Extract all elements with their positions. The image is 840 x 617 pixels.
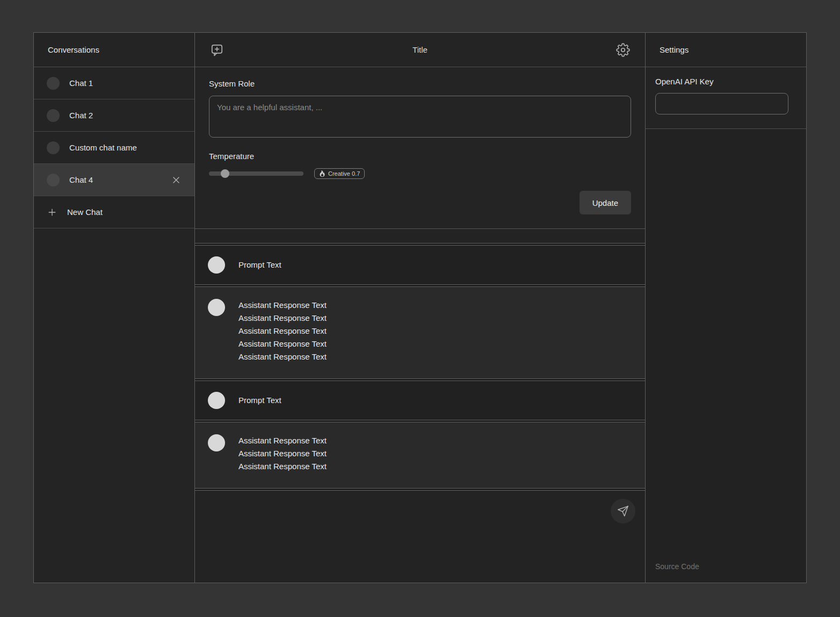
chat-avatar [47,174,60,186]
send-button[interactable] [611,499,635,523]
sidebar-item-chat-1[interactable]: Chat 1 [34,67,194,99]
settings-sidebar: Settings OpenAI API Key Source Code [645,33,806,583]
chat-panel: Title System Role Temperature [195,33,645,583]
assistant-avatar [208,299,225,316]
update-button[interactable]: Update [580,191,631,214]
messages-spacer-bar [195,229,645,243]
conversations-title: Conversations [48,45,99,54]
assistant-message: Assistant Response TextAssistant Respons… [195,422,645,489]
chat-label: Custom chat name [69,143,137,152]
system-role-label: System Role [209,79,631,88]
new-chat-button[interactable]: New Chat [34,196,194,228]
api-key-section: OpenAI API Key [646,67,806,129]
update-row: Update [209,191,631,214]
sidebar-item-chat-4[interactable]: Chat 4 [34,164,194,196]
temperature-slider[interactable] [209,171,303,176]
new-chat-bubble-icon[interactable] [210,43,224,57]
paper-plane-icon [617,505,629,517]
chat-header: Title [195,33,645,67]
settings-empty-area [646,129,806,562]
conversations-header: Conversations [34,33,194,67]
message-text: Prompt Text [238,394,281,407]
message-text: Assistant Response TextAssistant Respons… [238,299,327,363]
temperature-badge-label: Creative 0.7 [328,170,360,177]
chat-avatar [47,77,60,90]
api-key-input[interactable] [655,93,788,114]
chat-title: Title [224,45,616,54]
chat-avatar [47,109,60,122]
user-avatar [208,392,225,409]
source-code-link[interactable]: Source Code [646,562,806,583]
system-settings-form: System Role Temperature Creative 0.7 Upd… [195,67,645,229]
chat-avatar [47,141,60,154]
message-list: Prompt TextAssistant Response TextAssist… [195,245,645,490]
sidebar-item-chat-2[interactable]: Chat 2 [34,99,194,132]
temperature-badge: Creative 0.7 [314,168,365,179]
gear-icon[interactable] [616,43,630,57]
close-chat-icon[interactable] [171,175,182,185]
app-window: Conversations Chat 1Chat 2Custom chat na… [33,32,807,583]
system-role-input[interactable] [209,96,631,138]
api-key-label: OpenAI API Key [655,77,796,86]
settings-header: Settings [646,33,806,67]
user-avatar [208,256,225,274]
assistant-message: Assistant Response TextAssistant Respons… [195,286,645,379]
sidebar-empty-area [34,228,194,583]
messages-area: Prompt TextAssistant Response TextAssist… [195,229,645,583]
chat-list: Chat 1Chat 2Custom chat nameChat 4 [34,67,194,196]
message-text: Assistant Response TextAssistant Respons… [238,434,327,473]
temperature-row: Creative 0.7 [209,169,631,178]
composer [195,490,645,583]
user-message: Prompt Text [195,245,645,285]
sidebar-item-custom-chat-name[interactable]: Custom chat name [34,132,194,164]
flame-icon [319,170,325,177]
assistant-avatar [208,434,225,451]
message-text: Prompt Text [238,259,281,271]
chat-label: Chat 1 [69,78,93,88]
chat-label: Chat 4 [69,175,93,184]
user-message: Prompt Text [195,381,645,420]
temperature-slider-thumb[interactable] [221,169,229,178]
temperature-label: Temperature [209,152,631,161]
conversations-sidebar: Conversations Chat 1Chat 2Custom chat na… [34,33,195,583]
message-input[interactable] [195,491,645,583]
new-chat-label: New Chat [67,207,103,217]
chat-label: Chat 2 [69,111,93,120]
plus-icon [47,207,57,218]
settings-title: Settings [660,45,689,54]
